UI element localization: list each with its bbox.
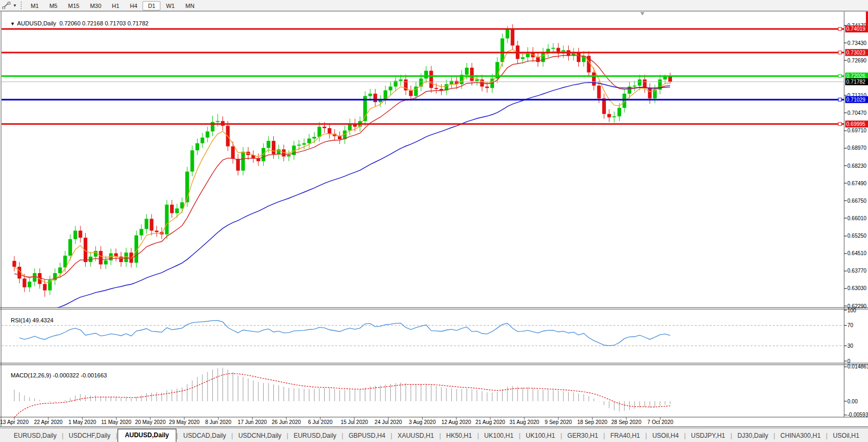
chart-symbol-period: AUDUSD,Daily (17, 20, 56, 26)
price-badge-0.71782: 0.71782 (845, 78, 868, 85)
timeframe-button-mn[interactable]: MN (180, 1, 200, 11)
svg-text:-0.005938: -0.005938 (847, 412, 868, 418)
tab-usdchf-daily[interactable]: USDCHF,Daily (64, 430, 116, 442)
chart-tool-icon[interactable] (2, 2, 11, 9)
svg-text:3 Aug 2020: 3 Aug 2020 (409, 419, 436, 425)
right-edge-marker (866, 12, 868, 31)
tab-usdjpy-h1[interactable]: USDJPY,H1 (686, 430, 730, 442)
collapse-caret-icon[interactable]: ▼ (10, 21, 15, 26)
tab-usdcnh-daily[interactable]: USDCNH,Daily (233, 430, 287, 442)
svg-text:17 Jun 2020: 17 Jun 2020 (238, 419, 267, 425)
timeframe-button-m15[interactable]: M15 (62, 1, 84, 11)
svg-text:31 Aug 2020: 31 Aug 2020 (509, 419, 540, 425)
tab-uk100-h1[interactable]: UK100,H1 (521, 430, 560, 442)
line-anchor (838, 122, 842, 125)
svg-text:0.014861: 0.014861 (847, 364, 868, 369)
toolbar-grip[interactable] (21, 2, 22, 9)
svg-text:0.63770: 0.63770 (847, 268, 867, 274)
price-badge-0.73023: 0.73023 (845, 49, 868, 56)
svg-text:29 May 2020: 29 May 2020 (169, 419, 200, 425)
tab-items: EURUSD,Daily|USDCHF,Daily|AUDUSD,Daily|U… (8, 429, 865, 442)
svg-text:0.67490: 0.67490 (847, 181, 867, 186)
tab-eurusd-daily[interactable]: EURUSD,Daily (8, 430, 62, 442)
timeframe-button-group: M1M5M15M30H1H4D1W1MN (25, 1, 200, 10)
svg-text:15 Jul 2020: 15 Jul 2020 (341, 419, 368, 425)
line-anchor (838, 75, 842, 78)
price-badge-0.71029: 0.71029 (845, 96, 868, 103)
tab-xauusd-h1[interactable]: XAUUSD,H1 (392, 430, 440, 442)
chart-background (0, 11, 868, 428)
svg-text:8 Jun 2020: 8 Jun 2020 (205, 419, 231, 425)
svg-text:0: 0 (847, 358, 851, 364)
tab-usdcad-daily[interactable]: USDCAD,Daily (178, 430, 231, 442)
tab-audusd-daily[interactable]: AUDUSD,Daily (118, 429, 176, 442)
svg-text:20 May 2020: 20 May 2020 (135, 419, 166, 425)
price-badge-0.69995: 0.69995 (845, 121, 868, 128)
svg-text:0.72026: 0.72026 (846, 73, 866, 79)
line-anchor (838, 28, 842, 31)
svg-text:0.71782: 0.71782 (846, 79, 866, 85)
svg-text:0.71029: 0.71029 (846, 97, 866, 103)
timeframe-button-h1[interactable]: H1 (106, 1, 124, 11)
tab-dj30-daily[interactable]: DJ30,Daily (732, 430, 773, 442)
timeframe-button-d1[interactable]: D1 (142, 1, 160, 11)
svg-text:0.63030: 0.63030 (847, 285, 867, 291)
svg-text:0.72690: 0.72690 (847, 58, 867, 64)
svg-text:18 Sep 2020: 18 Sep 2020 (577, 419, 607, 425)
svg-text:28 Sep 2020: 28 Sep 2020 (611, 419, 641, 425)
tab-uk100-h1[interactable]: UK100,H1 (479, 430, 518, 442)
svg-text:22 Apr 2020: 22 Apr 2020 (34, 419, 62, 425)
symbol-tab-bar: EURUSD,Daily|USDCHF,Daily|AUDUSD,Daily|U… (0, 428, 868, 442)
timeframe-button-m5[interactable]: M5 (44, 1, 62, 11)
svg-text:21 Aug 2020: 21 Aug 2020 (476, 419, 506, 425)
svg-text:0.66750: 0.66750 (847, 198, 867, 204)
tab-hk50-h1[interactable]: HK50,H1 (441, 430, 478, 442)
svg-text:0.65250: 0.65250 (847, 233, 867, 239)
svg-text:100: 100 (847, 308, 856, 313)
svg-text:0.74019: 0.74019 (846, 26, 866, 32)
svg-text:30: 30 (847, 343, 854, 349)
svg-text:9 Sep 2020: 9 Sep 2020 (545, 419, 572, 425)
svg-text:0.69995: 0.69995 (846, 121, 866, 127)
svg-text:7 Oct 2020: 7 Oct 2020 (647, 419, 673, 425)
svg-text:0.73430: 0.73430 (847, 40, 867, 46)
tab-eurusd-daily[interactable]: EURUSD,Daily (288, 430, 342, 442)
svg-text:0.00: 0.00 (847, 399, 858, 404)
svg-text:6 Jul 2020: 6 Jul 2020 (308, 419, 333, 425)
svg-text:24 Jul 2020: 24 Jul 2020 (374, 419, 402, 425)
timeframe-button-m1[interactable]: M1 (25, 1, 44, 11)
svg-text:0.64510: 0.64510 (847, 250, 867, 256)
svg-text:0.68230: 0.68230 (847, 163, 867, 169)
tab-ger30-h1[interactable]: GER30,H1 (562, 430, 603, 442)
timeframe-button-h4[interactable]: H4 (124, 1, 142, 11)
price-badge-0.74019: 0.74019 (845, 25, 868, 32)
svg-text:0.68970: 0.68970 (847, 145, 867, 151)
tab-usoil-h4[interactable]: USOil,H4 (647, 430, 684, 442)
timeframe-button-m30[interactable]: M30 (85, 1, 106, 11)
svg-text:0.73023: 0.73023 (846, 50, 866, 56)
svg-text:0.69710: 0.69710 (847, 128, 867, 133)
chart-ohlc-values: 0.72060 0.72168 0.71703 0.71782 (59, 20, 148, 26)
svg-text:12 Aug 2020: 12 Aug 2020 (442, 419, 472, 425)
svg-text:0.66010: 0.66010 (847, 215, 867, 221)
tab-gbpusd-h4[interactable]: GBPUSD,H4 (343, 430, 390, 442)
svg-text:0.70470: 0.70470 (847, 110, 867, 116)
chevron-down-icon[interactable]: ▼ (13, 3, 17, 8)
svg-text:70: 70 (847, 322, 854, 328)
svg-text:1 May 2020: 1 May 2020 (68, 419, 96, 425)
chart-title: ▼AUDUSD,Daily 0.72060 0.72168 0.71703 0.… (4, 14, 148, 33)
chart-canvas[interactable]: 0.741700.734300.726900.712100.704700.697… (0, 0, 868, 442)
tab-usoil-h1[interactable]: USOil,H1 (828, 430, 865, 442)
app-window: ▼ M1M5M15M30H1H4D1W1MN ▼AUDUSD,Daily 0.7… (0, 0, 868, 442)
rsi-label: RSI(14) 49.4324 (4, 311, 53, 330)
svg-text:11 May 2020: 11 May 2020 (101, 419, 132, 425)
svg-text:26 Jun 2020: 26 Jun 2020 (272, 419, 301, 425)
macd-label: MACD(12,26,9) -0.000322 -0.001663 (4, 366, 107, 385)
rsi-value: 49.4324 (32, 317, 53, 323)
svg-text:13 Apr 2020: 13 Apr 2020 (0, 419, 29, 425)
timeframe-button-w1[interactable]: W1 (160, 1, 180, 11)
macd-values: -0.000322 -0.001663 (53, 372, 107, 378)
tab-china300-h1[interactable]: CHINA300,H1 (775, 430, 826, 442)
line-anchor (838, 98, 842, 101)
tab-fra40-h1[interactable]: FRA40,H1 (605, 430, 645, 442)
